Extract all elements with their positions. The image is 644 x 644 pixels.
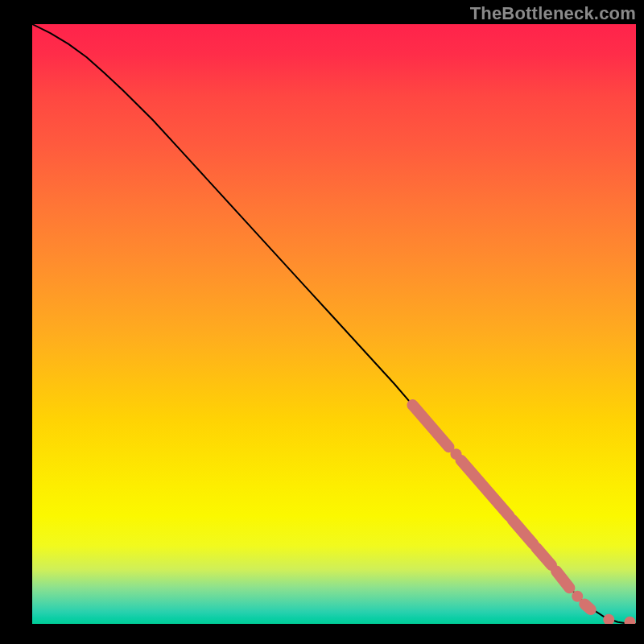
marker-segment — [413, 405, 449, 447]
bottleneck-curve — [32, 24, 636, 624]
marker-segment — [461, 460, 510, 516]
marker-segment — [536, 547, 551, 565]
marker-segment — [556, 571, 570, 588]
marker-dot — [625, 617, 636, 624]
curve-svg — [32, 24, 636, 624]
marker-dot — [603, 614, 614, 624]
marker-segment — [584, 604, 591, 609]
chart-frame: TheBottleneck.com — [0, 0, 644, 644]
plot-area — [32, 24, 636, 624]
watermark-label: TheBottleneck.com — [470, 3, 636, 24]
marker-segment — [512, 519, 533, 544]
markers-group — [413, 405, 636, 624]
